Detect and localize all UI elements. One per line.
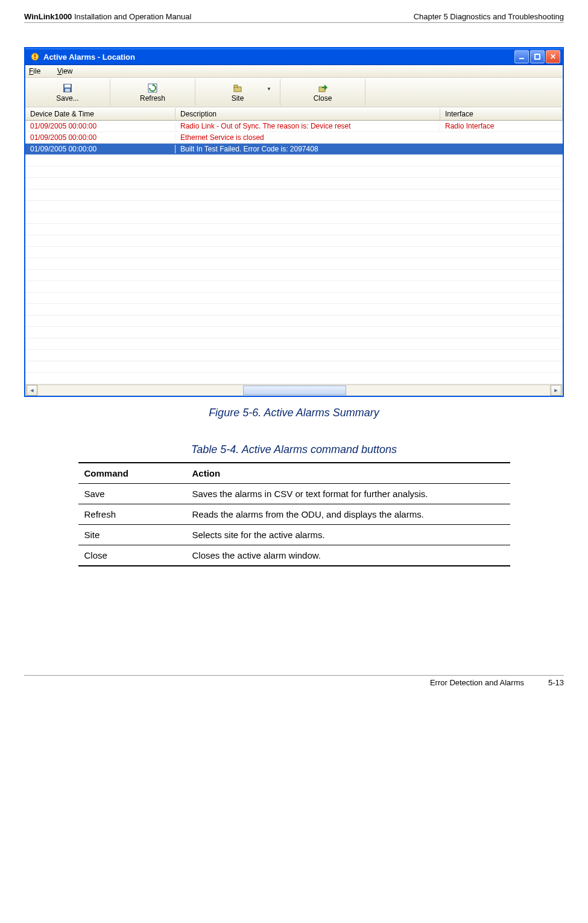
svg-rect-11 [234, 85, 238, 87]
refresh-label: Refresh [140, 94, 165, 103]
minimize-button[interactable] [514, 50, 529, 63]
table-row: . [25, 235, 563, 247]
table-row: . [25, 270, 563, 281]
table-row: . [25, 189, 563, 201]
svg-rect-2 [34, 58, 36, 59]
close-icon [317, 83, 328, 94]
footer-page: 5-13 [548, 678, 564, 687]
table-row: . [25, 327, 563, 338]
alarm-rows: 01/09/2005 00:00:00Radio Link - Out of S… [25, 121, 563, 384]
table-row: . [25, 350, 563, 361]
menu-file[interactable]: File [29, 67, 48, 75]
doc-title: Installation and Operation Manual [74, 12, 191, 21]
table-row: SaveSaves the alarms in CSV or text form… [78, 484, 510, 504]
chevron-down-icon: ▼ [267, 86, 271, 92]
scroll-left-icon[interactable]: ◄ [27, 385, 37, 396]
table-row[interactable]: 01/09/2005 00:00:00Radio Link - Out of S… [25, 121, 563, 132]
table-row: . [25, 247, 563, 258]
svg-rect-1 [34, 54, 36, 57]
page-footer: Error Detection and Alarms 5-13 [24, 675, 564, 687]
maximize-button[interactable] [530, 50, 545, 63]
window-title: Active Alarms - Location [43, 52, 135, 62]
close-label: Close [314, 94, 332, 103]
active-alarms-window: Active Alarms - Location ✕ File View Sav… [24, 47, 564, 397]
scroll-thumb[interactable] [39, 385, 549, 395]
table-row: . [25, 281, 563, 293]
svg-rect-14 [322, 87, 325, 88]
svg-rect-6 [65, 84, 71, 87]
table-row: . [25, 224, 563, 235]
table-row: . [25, 178, 563, 189]
menubar[interactable]: File View [25, 65, 563, 78]
svg-rect-4 [535, 54, 540, 59]
toolbar: Save... Refresh Site ▼ Close [25, 78, 563, 107]
close-window-button[interactable]: ✕ [546, 50, 560, 63]
table-row: . [25, 167, 563, 178]
svg-rect-7 [65, 89, 70, 92]
col-interface[interactable]: Interface [440, 108, 563, 120]
column-headers[interactable]: Device Date & Time Description Interface [25, 107, 563, 121]
figure-caption: Figure 5-6. Active Alarms Summary [24, 407, 564, 419]
scroll-right-icon[interactable]: ► [551, 385, 561, 396]
table-row: . [25, 373, 563, 384]
table-row: . [25, 338, 563, 350]
menu-view[interactable]: View [57, 67, 80, 75]
close-button[interactable]: Close [280, 79, 365, 106]
app-icon [30, 52, 40, 62]
table-row: . [25, 258, 563, 270]
product-name: WinLink1000 [24, 12, 72, 21]
save-button[interactable]: Save... [25, 79, 110, 106]
table-row[interactable]: 01/09/2005 00:00:00Ethernet Service is c… [25, 132, 563, 144]
table-row: . [25, 304, 563, 316]
table-row: . [25, 201, 563, 212]
th-action: Action [186, 463, 510, 484]
page-header: WinLink1000 Installation and Operation M… [24, 12, 564, 23]
refresh-button[interactable]: Refresh [110, 79, 195, 106]
table-row: . [25, 155, 563, 167]
table-caption: Table 5-4. Active Alarms command buttons [24, 443, 564, 456]
horizontal-scrollbar[interactable]: ◄ ► [25, 384, 563, 396]
table-row[interactable]: 01/09/2005 00:00:00Built In Test Failed.… [25, 144, 563, 155]
table-row: CloseCloses the active alarm window. [78, 545, 510, 566]
commands-table: Command Action SaveSaves the alarms in C… [78, 462, 510, 566]
refresh-icon [147, 83, 158, 94]
save-label: Save... [56, 94, 78, 103]
table-row: RefreshReads the alarms from the ODU, an… [78, 504, 510, 525]
footer-section: Error Detection and Alarms [430, 678, 524, 687]
site-label: Site [232, 94, 244, 103]
col-description[interactable]: Description [175, 108, 440, 120]
svg-rect-3 [519, 58, 524, 59]
table-row: . [25, 361, 563, 373]
th-command: Command [78, 463, 186, 484]
table-row: . [25, 212, 563, 224]
col-datetime[interactable]: Device Date & Time [25, 108, 175, 120]
site-button[interactable]: Site ▼ [195, 79, 280, 106]
table-row: . [25, 293, 563, 304]
site-icon [232, 83, 243, 94]
table-row: SiteSelects site for the active alarms. [78, 525, 510, 545]
table-row: . [25, 316, 563, 327]
chapter-title: Chapter 5 Diagnostics and Troubleshootin… [414, 12, 564, 21]
titlebar[interactable]: Active Alarms - Location ✕ [25, 48, 563, 65]
save-icon [62, 83, 73, 94]
